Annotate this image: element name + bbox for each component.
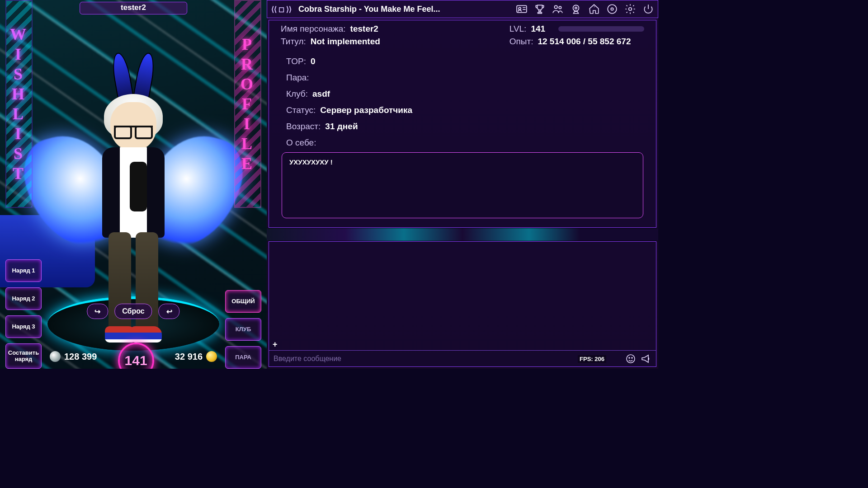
chat-input[interactable]: [274, 355, 621, 363]
chat-tab-pair[interactable]: ПАРА: [225, 346, 261, 369]
svg-point-2: [554, 5, 557, 9]
svg-point-5: [575, 7, 577, 9]
outfit-slot-3[interactable]: Наряд 3: [5, 315, 42, 338]
chat-tab-club[interactable]: КЛУБ: [225, 318, 261, 341]
name-value: tester2: [350, 24, 378, 34]
rotate-right-button[interactable]: ↩: [159, 304, 180, 319]
gold-balance[interactable]: 32 916: [175, 351, 217, 362]
emoji-icon[interactable]: [625, 353, 636, 364]
xp-label: Опыт:: [509, 37, 533, 47]
avatar-torso: [102, 147, 165, 238]
shoe-icon: [130, 326, 162, 343]
avatar-rotate-controls: ↪ Сброс ↩: [87, 304, 179, 319]
pair-label: Пара:: [286, 73, 309, 83]
top-bar: ⟨⟨ ◻ ⟩⟩ Cobra Starship - You Make Me Fee…: [267, 0, 658, 18]
xp-bar: [558, 26, 644, 32]
music-stop-button[interactable]: ◻: [278, 5, 285, 14]
top-value: 0: [311, 56, 316, 66]
scene-divider: [267, 228, 658, 241]
gold-coin-icon: [206, 351, 217, 362]
outfit-slot-1[interactable]: Наряд 1: [5, 259, 42, 282]
silver-balance[interactable]: 128 399: [50, 351, 97, 362]
name-label: Имя персонажа:: [281, 24, 346, 34]
club-label: Клуб:: [286, 89, 308, 99]
svg-point-9: [627, 355, 635, 363]
music-prev-button[interactable]: ⟨⟨: [271, 5, 277, 14]
avatar[interactable]: [88, 70, 179, 324]
svg-point-6: [608, 5, 617, 14]
lvl-value: 141: [531, 24, 545, 34]
age-label: Возраст:: [286, 122, 321, 131]
title-label: Титул:: [281, 37, 306, 47]
status-label: Статус:: [286, 105, 316, 115]
webcam-icon[interactable]: [570, 3, 582, 15]
id-card-icon[interactable]: [516, 3, 528, 15]
glasses-icon: [114, 126, 153, 135]
status-value: Сервер разработчика: [320, 105, 412, 115]
reset-button[interactable]: Сброс: [114, 304, 152, 319]
outfit-slots: Наряд 1 Наряд 2 Наряд 3 Составить наряд: [5, 259, 42, 369]
currency-bar: 128 399 141 32 916: [50, 346, 217, 367]
disc-icon[interactable]: [606, 3, 618, 15]
level-badge[interactable]: 141: [118, 343, 154, 369]
svg-point-10: [629, 357, 630, 358]
svg-point-1: [519, 7, 521, 9]
avatar-legs: [108, 232, 158, 340]
compose-outfit-button[interactable]: Составить наряд: [5, 343, 42, 369]
player-nameplate: tester2: [80, 2, 187, 14]
lvl-label: LVL:: [509, 24, 527, 34]
music-next-button[interactable]: ⟩⟩: [286, 5, 292, 14]
silver-coin-icon: [50, 351, 61, 362]
fps-counter: FPS: 206: [578, 355, 606, 363]
tab-profile[interactable]: PROFILE: [234, 0, 261, 208]
outfit-slot-2[interactable]: Наряд 2: [5, 287, 42, 310]
gear-icon[interactable]: [624, 3, 636, 15]
chat-tab-general[interactable]: ОБЩИЙ: [225, 290, 261, 313]
title-value: Not implemented: [311, 37, 380, 47]
about-textbox[interactable]: УХУХУХУХУ !: [282, 152, 643, 218]
svg-point-4: [573, 5, 579, 11]
megaphone-icon[interactable]: [641, 353, 651, 364]
avatar-scene: tester2 WISHLIST PROFILE Наряд 1 Наряд 2: [0, 0, 267, 369]
chat-panel: + FPS: 206: [269, 241, 656, 367]
rotate-left-button[interactable]: ↪: [87, 304, 108, 319]
about-label: О себе:: [286, 138, 316, 148]
svg-point-7: [611, 8, 613, 10]
profile-panel: Имя персонажа:tester2 Титул:Not implemen…: [269, 20, 656, 228]
tab-wishlist[interactable]: WISHLIST: [5, 0, 33, 208]
svg-point-8: [629, 8, 632, 11]
home-icon[interactable]: [588, 3, 600, 15]
chat-channel-tabs: ОБЩИЙ КЛУБ ПАРА: [225, 290, 261, 369]
age-value: 31 дней: [325, 122, 358, 131]
chat-add-button[interactable]: +: [273, 340, 278, 349]
xp-value: 12 514 006 / 55 852 672: [538, 37, 631, 47]
top-label: TOP:: [286, 56, 306, 66]
svg-point-11: [632, 357, 632, 358]
svg-point-3: [559, 6, 561, 9]
now-playing: Cobra Starship - You Make Me Feel...: [298, 5, 509, 14]
trophy-icon[interactable]: [534, 3, 546, 15]
power-icon[interactable]: [642, 3, 654, 15]
friends-icon[interactable]: [552, 3, 564, 15]
club-value: asdf: [312, 89, 330, 99]
